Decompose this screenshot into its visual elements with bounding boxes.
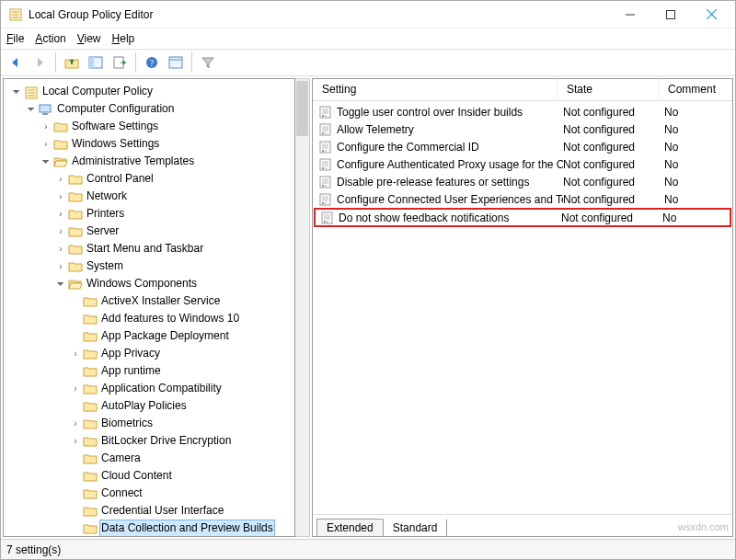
setting-row[interactable]: Configure Connected User Experiences and… <box>313 190 732 208</box>
minimize-button[interactable] <box>610 2 650 28</box>
tree-wc-10[interactable]: Cloud Content <box>70 467 293 485</box>
tree-windows-settings[interactable]: ›Windows Settings <box>40 135 293 153</box>
expand-icon[interactable]: › <box>55 223 66 240</box>
tree-wc-7[interactable]: ›Biometrics <box>70 415 293 432</box>
expand-icon[interactable]: › <box>55 170 66 188</box>
policy-root-icon <box>24 86 39 98</box>
setting-row[interactable]: Toggle user control over Insider buildsN… <box>313 103 732 120</box>
tree-item-label: BitLocker Drive Encryption <box>99 432 233 450</box>
tab-extended[interactable]: Extended <box>316 519 384 537</box>
scrollbar-thumb[interactable] <box>296 81 308 136</box>
expand-icon[interactable]: › <box>70 380 81 397</box>
tree-wc-4[interactable]: App runtime <box>70 362 293 380</box>
setting-row[interactable]: Do not show feedback notificationsNot co… <box>315 209 730 226</box>
collapse-icon[interactable]: ⏷ <box>40 153 52 170</box>
tree-wc-2[interactable]: App Package Deployment <box>70 327 293 345</box>
tree-wc-3[interactable]: ›App Privacy <box>70 345 293 362</box>
list-header: Setting State Comment <box>313 79 732 101</box>
setting-state: Not configured <box>563 158 664 171</box>
tree-wc-0[interactable]: ActiveX Installer Service <box>70 292 293 310</box>
expand-icon[interactable]: › <box>40 135 52 153</box>
tree-item-label: Control Panel <box>85 170 155 188</box>
setting-comment: No <box>662 211 723 224</box>
tree-item-label: Software Settings <box>70 118 160 135</box>
column-comment[interactable]: Comment <box>659 79 732 100</box>
tree-at-1[interactable]: ›Network <box>55 188 293 205</box>
tree-at-2[interactable]: ›Printers <box>55 205 293 223</box>
folder-icon <box>68 243 83 256</box>
folder-icon <box>83 435 98 448</box>
tree-scrollbar[interactable] <box>295 78 310 537</box>
expand-icon[interactable]: › <box>55 205 66 223</box>
column-setting[interactable]: Setting <box>313 79 558 100</box>
expand-icon[interactable]: › <box>70 432 81 450</box>
tree-at-5[interactable]: ›System <box>55 257 293 275</box>
tree-at-3[interactable]: ›Server <box>55 223 293 240</box>
settings-list[interactable]: Toggle user control over Insider buildsN… <box>313 101 732 514</box>
policy-setting-icon <box>320 211 335 224</box>
menu-action[interactable]: Action <box>35 32 65 45</box>
export-list-button[interactable] <box>109 51 131 74</box>
setting-row[interactable]: Configure Authenticated Proxy usage for … <box>313 155 732 173</box>
tree-item-label: App Privacy <box>99 345 162 362</box>
tree-item-label: Connect <box>99 485 144 502</box>
tree-wc-12[interactable]: Credential User Interface <box>70 502 293 520</box>
setting-comment: No <box>664 123 725 136</box>
setting-row[interactable]: Configure the Commercial IDNot configure… <box>313 138 732 155</box>
setting-name: Allow Telemetry <box>337 123 414 136</box>
help-button[interactable]: ? <box>141 51 163 74</box>
expand-icon[interactable]: › <box>70 415 81 432</box>
collapse-icon[interactable]: ⏷ <box>26 100 37 118</box>
expand-icon[interactable]: › <box>70 345 81 362</box>
collapse-icon[interactable]: ⏷ <box>55 275 66 292</box>
tree-wc-13[interactable]: Data Collection and Preview Builds <box>70 520 293 537</box>
tree-item-label: Server <box>85 223 121 240</box>
column-state[interactable]: State <box>558 79 659 100</box>
folder-icon <box>83 348 98 360</box>
filter-button[interactable] <box>197 51 219 74</box>
setting-state: Not configured <box>563 176 664 189</box>
forward-button[interactable] <box>29 51 51 74</box>
collapse-icon[interactable]: ⏷ <box>11 83 22 100</box>
tree-wc-9[interactable]: Camera <box>70 450 293 467</box>
expand-icon[interactable]: › <box>55 240 66 257</box>
tree-wc-1[interactable]: Add features to Windows 10 <box>70 310 293 327</box>
expand-icon[interactable]: › <box>55 188 66 205</box>
menu-view[interactable]: View <box>77 32 101 45</box>
tree-wc-8[interactable]: ›BitLocker Drive Encryption <box>70 432 293 450</box>
setting-row[interactable]: Disable pre-release features or settings… <box>313 173 732 190</box>
setting-row[interactable]: Allow TelemetryNot configuredNo <box>313 120 732 138</box>
tree-computer-config[interactable]: ⏷Computer Configuration <box>26 100 293 118</box>
setting-state: Not configured <box>563 123 664 136</box>
folder-icon <box>53 138 68 151</box>
tree-wc-6[interactable]: AutoPlay Policies <box>70 397 293 415</box>
tree-wc-5[interactable]: ›Application Compatibility <box>70 380 293 397</box>
folder-icon <box>83 487 98 500</box>
tree-at-0[interactable]: ›Control Panel <box>55 170 293 188</box>
maximize-button[interactable] <box>650 2 691 28</box>
tree-item-label: App runtime <box>99 362 163 380</box>
up-folder-button[interactable] <box>61 51 83 74</box>
tab-standard[interactable]: Standard <box>383 519 448 537</box>
folder-open-icon <box>68 278 83 291</box>
tree-software-settings[interactable]: ›Software Settings <box>40 118 293 135</box>
app-icon <box>8 7 23 22</box>
tree-admin-templates[interactable]: ⏷Administrative Templates <box>40 153 293 170</box>
close-button[interactable] <box>691 2 731 28</box>
folder-icon <box>83 383 98 395</box>
properties-button[interactable] <box>165 51 187 74</box>
tree-root[interactable]: ⏷Local Computer Policy <box>11 83 293 100</box>
tree-item-label: Data Collection and Preview Builds <box>99 520 275 537</box>
navigation-tree[interactable]: ⏷Local Computer Policy⏷Computer Configur… <box>3 78 295 537</box>
folder-icon <box>83 295 98 308</box>
expand-icon[interactable]: › <box>40 118 52 135</box>
back-button[interactable] <box>5 51 27 74</box>
menu-file[interactable]: File <box>6 32 24 45</box>
tree-windows-components[interactable]: ⏷Windows Components <box>55 275 293 292</box>
menu-help[interactable]: Help <box>112 32 135 45</box>
tree-at-4[interactable]: ›Start Menu and Taskbar <box>55 240 293 257</box>
expand-icon[interactable]: › <box>55 257 66 275</box>
tree-wc-11[interactable]: Connect <box>70 485 293 502</box>
svg-point-57 <box>325 202 327 204</box>
show-hide-tree-button[interactable] <box>85 51 107 74</box>
